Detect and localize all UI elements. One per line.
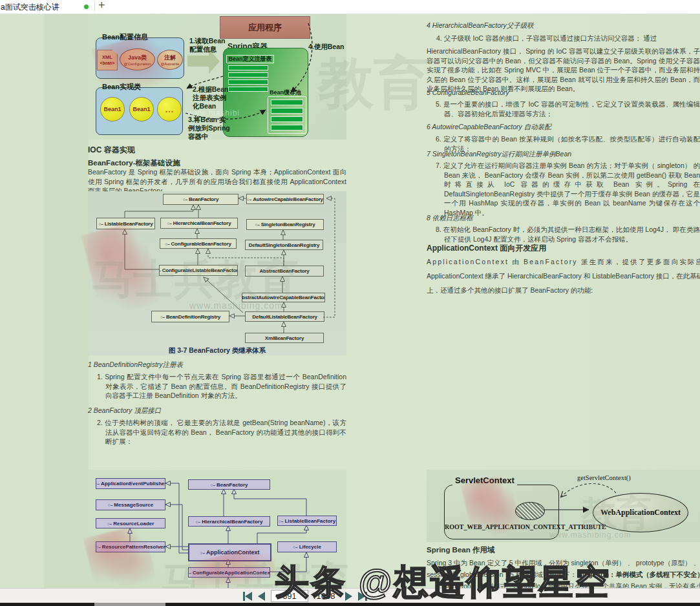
step3-label: 3.将Bean 实 例放到Spring 容器中 [188,116,230,141]
item1-heading: 1 BeanDefinitionRegistry注册表 [88,360,346,370]
uml-label: ConfigurableListableBeanFactory [162,267,238,273]
interface-icon [167,221,172,225]
pager-bar: /1658 [0,588,700,603]
appctx-line3: 上，还通过多个其他的接口扩展了 BeanFactory 的功能: [427,286,593,295]
bottom-scrollbar-segment[interactable] [94,603,165,606]
interface-icon [98,222,103,226]
scope-line1: Spring 3 中为 Bean 定义了 5 中作用域，分别为 singleto… [427,558,700,568]
interface-icon [200,550,205,555]
interface-icon [279,519,284,523]
getservletcontext-label: getServletContext() [577,474,631,481]
bean-more-circle: … [157,97,182,121]
bean-cache-bar [271,108,303,114]
left-column: 应用程序 1.读取Bean 配置信息 Spring容器 4.使用Bean Bea… [88,14,346,588]
item1-paragraph: 1. Spring 配置文件中每一个节点元素在 Spring 容器里都通过一个 … [88,372,346,401]
step1-label: 1.读取Bean 配置信息 [189,37,225,54]
root-attr-label: ROOT_WEB_APPLICATION_CONTEXT_ATTRIBUTE [445,523,606,530]
bean-cache-bar [271,99,303,105]
heading-applicationcontext: ApplicationContext 面向开发应用 [427,244,700,253]
uml-box-applicationeventpublisher: ApplicationEventPublisher [96,478,165,489]
item4-line1: 4. 父子级联 IoC 容器的接口，子容器可以通过接口方法访问父容器； 通过 [427,34,657,43]
interface-icon [96,481,100,486]
uml-box-singletonbeanregistry: SingletonBeanRegistry [246,219,324,230]
interface-icon [196,519,201,524]
figure-caption: 图 3-7 BeanFactory 类继承体系 [88,346,346,355]
uml-label: ConfigurableBeanFactory [171,241,231,247]
uml-label: DefaultSingletonBeanRegistry [249,242,320,248]
uml-box-resourcepatternresolver: ResourcePatternResolver [96,541,165,552]
bean1-circle: Bean1 [100,97,125,121]
uml-box-beandefinitionregistry: BeanDefinitionRegistry [151,311,229,322]
bean-definition-bar [228,72,268,78]
interface-icon [210,483,215,487]
servletcontext-diagram: ServletContext ROOT_WEB_APPLICATION_CONT… [427,470,700,542]
uml-box-lifecycle: Lifecycle [277,541,337,552]
uml-label: AutowireCapableBeanFactory [253,196,323,202]
item2-paragraph: 2. 位于类结构树的顶端， 它最主要的方法就是 getBean(String b… [88,418,346,446]
xml-label: XML [102,54,112,60]
interface-icon [165,242,169,246]
uml-box-hierarchicalbeanfactory: HierarchicalBeanFactory [160,218,238,229]
uml-label: DefaultListableBeanFactory [252,314,317,320]
java-class-label: Java类 [128,54,147,62]
heading-ioc-impl: IOC 容器实现 [88,145,346,155]
uml-box-abstractautowirecapablebeanfactory: AbstractAutowireCapableBeanFactory [242,293,325,302]
uml-box-listablebeanfactory: ListableBeanFactory [96,218,155,229]
servletcontext-label: ServletContext [452,475,517,485]
prev-page-button[interactable] [258,592,265,601]
first-page-button[interactable] [243,592,252,601]
interface-icon [188,570,191,575]
uml-label: HierarchicalBeanFactory [202,519,262,525]
item4-heading: 4 HierarchicalBeanFactory父子级联 [427,21,700,30]
uml-box-hierarchicalbeanfactory2: HierarchicalBeanFactory [188,516,270,527]
first-page-icon [245,592,252,601]
bean-definition-bar [228,79,268,85]
uml-box-beanfactory: BeanFactory [163,194,239,205]
item8-paragraph: 8. 在初始化 BeanFactory 时，必须为其提供一种日志框架，比如使用 … [427,225,700,244]
uml-label: SingletonBeanRegistry [261,222,315,227]
uml-label: HierarchicalBeanFactory [173,220,231,226]
next-page-icon [345,592,352,601]
heading-spring-bean-scope: Spring Bean 作用域 [427,545,700,555]
uml-label: ListableBeanFactory [284,518,335,524]
uml-label: ApplicationEventPublisher [101,481,165,486]
scope-line2-bold: singleton：单例模式（多线程下不安全） [578,570,700,578]
item2-heading: 2 BeanFactory 顶层接口 [88,406,346,415]
interface-icon [107,521,112,526]
bean-cache-pool-box [268,96,306,134]
uml-box-defaultsingletonbeanregistry: DefaultSingletonBeanRegistry [245,240,323,250]
last-page-button[interactable] [358,592,367,601]
interface-icon [96,545,101,549]
uml-box-configurablebeanfactory: ConfigurableBeanFactory [160,238,237,249]
read-config-arrow [187,56,209,67]
last-page-icon [358,592,365,601]
interface-icon [160,315,165,319]
tab-separator [94,2,95,11]
uml-label: AbstractAutowireCapableBeanFactory [242,295,325,300]
page-number-input[interactable] [271,590,308,602]
bean-definition-bar [228,87,268,92]
bean-config-label: Bean配置信息 [102,32,148,42]
uml-label: BeanFactory [189,196,218,202]
tab-bar: a面试突击核心讲 + [0,0,700,14]
bean-definition-bar [228,65,268,70]
uml-box-abstractbeanfactory: AbstractBeanFactory [245,266,324,277]
uml-box-autowirecapablebeanfactory: AutowireCapableBeanFactory [246,194,324,204]
context-attribute-ellipse [515,502,545,520]
tab-title[interactable]: a面试突击核心讲 [1,2,59,13]
uml-box-defaultlistablebeanfactory: DefaultListableBeanFactory [245,311,324,322]
uml-label: BeanFactory [217,482,248,488]
bean-cache-bar [271,125,303,131]
next-page-button[interactable] [345,592,352,601]
appctx-line2: ApplicationContext 继承了 HierarchicalBeanF… [427,271,700,281]
uml-box-configurableapplicationcontext: ConfigurableApplicationContext [188,567,270,578]
item7-paragraph: 7. 定义了允许在运行期间向容器注册单实例 Bean 的方法；对于单实例（ si… [427,161,700,217]
scope-line2: session 和 global session，5 种作用域说明如下： sin… [427,570,700,580]
interface-icon [293,545,298,549]
interface-icon [255,222,260,227]
new-tab-button[interactable]: + [98,0,105,12]
heading-beanfactory-infra: BeanFactory-框架基础设施 [88,158,346,168]
item6-heading: 6 AutowireCapableBeanFactory 自动装配 [427,122,700,132]
uml-label: ApplicationContext [206,549,260,556]
uml-label: BeanDefinitionRegistry [166,314,220,320]
